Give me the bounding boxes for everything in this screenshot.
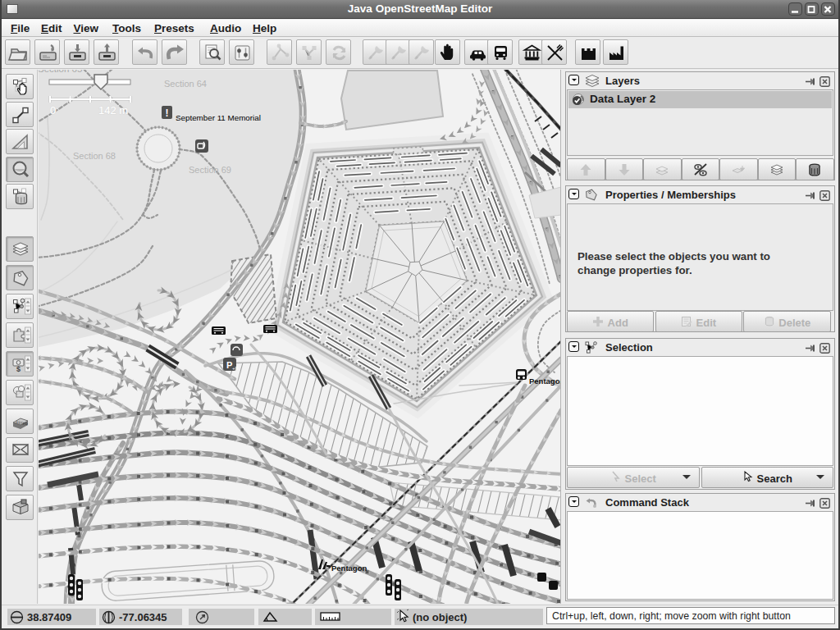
svg-text:Pentagon: Pentagon <box>529 377 561 386</box>
svg-text:Section 65: Section 65 <box>39 70 82 74</box>
svg-text:+R: +R <box>232 366 240 371</box>
svg-text:$: $ <box>16 365 21 373</box>
svg-text:Section 64: Section 64 <box>164 79 207 89</box>
svg-text:0: 0 <box>50 104 56 116</box>
svg-text:Pentagon: Pentagon <box>331 564 367 573</box>
svg-text:142 m: 142 m <box>98 104 128 116</box>
svg-text:September 11 Memorial: September 11 Memorial <box>176 113 261 122</box>
svg-text:Section 68: Section 68 <box>73 151 116 161</box>
svg-text:!: ! <box>166 107 169 119</box>
svg-text:Section 69: Section 69 <box>189 165 231 175</box>
